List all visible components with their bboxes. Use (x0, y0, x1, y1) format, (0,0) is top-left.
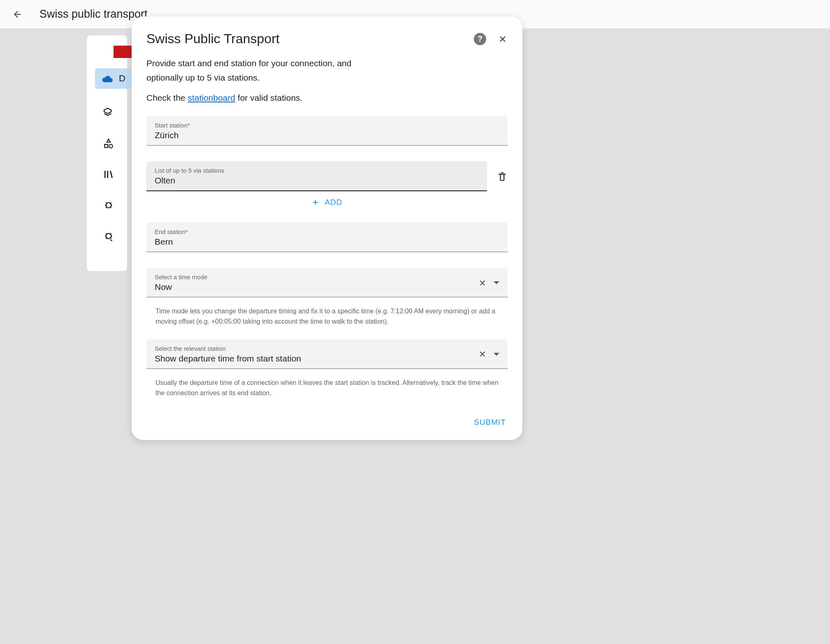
end-station-value: Bern (155, 237, 499, 247)
dialog-header: Swiss Public Transport ? (146, 31, 508, 46)
start-station-label: Start station* (155, 122, 499, 129)
chevron-down-icon[interactable] (494, 281, 499, 284)
intro-text: Provide start and end station for your c… (146, 56, 369, 85)
shapes-icon[interactable] (103, 138, 114, 149)
add-label: ADD (325, 198, 342, 207)
close-icon[interactable] (498, 34, 508, 44)
help-icon[interactable]: ? (474, 33, 486, 45)
plus-icon (311, 198, 320, 206)
via-station-field[interactable]: List of up to 5 via stations Olten (146, 161, 487, 191)
relevant-station-label: Select the relevant station (155, 345, 478, 352)
clear-icon[interactable] (478, 350, 487, 359)
check-prefix: Check the (146, 93, 188, 102)
check-suffix: for valid stations. (235, 93, 302, 102)
stationboard-link[interactable]: stationboard (188, 93, 235, 102)
time-mode-select[interactable]: Select a time mode Now (146, 268, 508, 297)
sidebar-item-label: D (119, 73, 125, 84)
via-station-label: List of up to 5 via stations (155, 167, 479, 174)
start-station-field[interactable]: Start station* Zürich (146, 116, 508, 146)
bug-icon[interactable] (103, 200, 114, 211)
library-icon[interactable] (103, 169, 114, 180)
end-station-label: End station* (155, 228, 499, 235)
add-via-button[interactable]: ADD (146, 198, 508, 207)
back-arrow-icon[interactable] (12, 9, 23, 20)
config-dialog: Swiss Public Transport ? Provide start a… (132, 16, 522, 440)
dialog-title: Swiss Public Transport (146, 31, 280, 46)
chevron-down-icon[interactable] (494, 353, 499, 356)
relevant-station-select[interactable]: Select the relevant station Show departu… (146, 339, 508, 369)
time-mode-helper: Time mode lets you change the departure … (146, 304, 508, 339)
submit-button[interactable]: SUBMIT (472, 415, 508, 430)
page-title: Swiss public transport (39, 8, 148, 21)
time-mode-label: Select a time mode (155, 273, 478, 280)
relevant-station-value: Show departure time from start station (155, 354, 478, 364)
end-station-field[interactable]: End station* Bern (146, 222, 508, 252)
start-station-value: Zürich (155, 130, 499, 140)
sidebar-card: D (86, 35, 128, 271)
time-mode-value: Now (155, 282, 478, 292)
delete-icon[interactable] (497, 171, 508, 182)
clear-icon[interactable] (478, 278, 487, 287)
debug-icon[interactable] (103, 231, 114, 241)
via-station-value: Olten (155, 176, 479, 185)
cloud-icon (102, 75, 113, 82)
check-text: Check the stationboard for valid station… (146, 93, 508, 103)
relevant-station-helper: Usually the departure time of a connecti… (146, 375, 508, 411)
guide-icon[interactable] (103, 107, 114, 118)
